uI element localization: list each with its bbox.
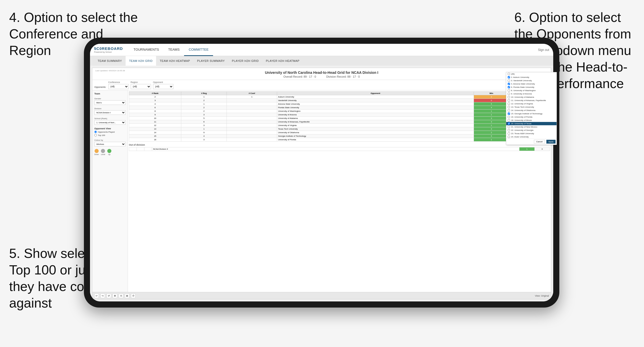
subnav-team-h2h-heatmap[interactable]: TEAM H2H HEATMAP (156, 56, 193, 66)
cell-conf (227, 117, 277, 120)
subnav-team-summary[interactable]: TEAM SUMMARY (94, 56, 126, 66)
dropdown-checkbox[interactable] (508, 132, 510, 135)
cell-reg: 1 (181, 127, 227, 131)
division-record: Division Record: 88 · 17 · 0 (326, 75, 360, 78)
cell-opponent: Georgia Institute of Technology (277, 134, 474, 138)
opponent-select[interactable]: (All) (153, 84, 173, 89)
dropdown-checkbox[interactable] (508, 136, 510, 138)
dropdown-checkbox[interactable] (508, 126, 510, 128)
nav-teams[interactable]: TEAMS (164, 44, 184, 56)
dropdown-item[interactable]: 23. Texas A&M University (506, 132, 551, 135)
dropdown-item-label: 14. University of Oklahoma (511, 109, 535, 112)
apply-button[interactable]: Apply (546, 140, 551, 144)
dropdown-item[interactable]: 13. Texas Tech University (506, 105, 551, 109)
region-select[interactable]: (All) (131, 84, 151, 89)
refresh-button[interactable]: ↺ (107, 294, 111, 298)
dropdown-checkbox[interactable] (508, 86, 510, 88)
dropdown-item[interactable]: 3. Vanderbilt University (506, 79, 551, 82)
legend-up-text: Up (108, 154, 110, 155)
conference-filter-group: Conference (All) (108, 81, 129, 89)
dropdown-checkbox[interactable] (508, 99, 510, 102)
dropdown-checkbox[interactable] (508, 93, 510, 95)
nav-committee[interactable]: COMMITTEE (184, 44, 213, 56)
redo-button[interactable]: ↪ (100, 294, 105, 298)
team-section: Team (94, 92, 126, 95)
cancel-button[interactable]: Cancel (534, 140, 545, 144)
dropdown-item[interactable]: 24. Duke University (506, 135, 551, 138)
conference-select[interactable]: (All) (108, 84, 129, 89)
fit-button[interactable]: ⊞ (125, 294, 129, 298)
dropdown-checkbox[interactable] (508, 83, 510, 85)
radio-played[interactable] (94, 131, 97, 133)
dropdown-list: (All)2. Auburn University3. Vanderbilt U… (506, 72, 551, 138)
school-select[interactable]: 1. University of Nort... (94, 120, 126, 125)
gender-section: Gender Men's (94, 98, 126, 105)
cell-conf (227, 131, 277, 134)
dropdown-checkbox[interactable] (508, 73, 510, 75)
dropdown-item[interactable]: 20. University of Texas (506, 122, 551, 125)
th-opponent: Opponent (277, 92, 474, 95)
settings-button[interactable]: ⚙ (113, 294, 117, 298)
dropdown-item[interactable]: 14. University of Oklahoma (506, 109, 551, 112)
gender-label: Gender (94, 98, 126, 100)
dropdown-item-label: 18. University of Illinois (511, 119, 532, 121)
cell-opponent: Texas Tech University (277, 127, 474, 131)
division-select[interactable]: NCAA Division I (94, 110, 126, 115)
radio-played-text: Opponents Played (98, 131, 115, 133)
subnav-player-h2h-grid[interactable]: PLAYER H2H GRID (228, 56, 262, 66)
dropdown-checkbox[interactable] (508, 96, 510, 98)
dropdown-checkbox[interactable] (508, 89, 510, 92)
dropdown-item[interactable]: 2. Auburn University (506, 76, 551, 79)
dropdown-item[interactable]: (All) (506, 72, 551, 76)
cell-conf (227, 113, 277, 117)
radio-played-label[interactable]: Opponents Played (94, 131, 126, 133)
dropdown-item[interactable]: 9. University of Arizona (506, 92, 551, 95)
dropdown-item[interactable]: 8. University of Washington (506, 89, 551, 92)
copy-button[interactable]: ⎘ (119, 294, 123, 298)
dropdown-item[interactable]: 15. Georgia Institute of Technology (506, 112, 551, 115)
subnav-player-h2h-heatmap[interactable]: PLAYER H2H HEATMAP (262, 56, 303, 66)
dropdown-item[interactable]: 4. Arizona State University (506, 82, 551, 86)
cell-rank: 4 (129, 102, 181, 106)
dropdown-checkbox[interactable] (508, 79, 510, 82)
logo-text: 5C0REBOARD (94, 46, 123, 51)
dropdown-item[interactable]: 10. University of Alabama (506, 95, 551, 99)
colour-select[interactable]: Win/loss (94, 142, 126, 146)
dropdown-checkbox[interactable] (508, 122, 510, 125)
undo-button[interactable]: ↩ (94, 294, 99, 298)
dropdown-checkbox[interactable] (508, 103, 510, 105)
cell-win: 4 (474, 106, 509, 109)
dropdown-checkbox[interactable] (508, 113, 510, 115)
radio-top100-label[interactable]: Top 100 (94, 134, 126, 136)
dropdown-item[interactable]: 18. University of Illinois (506, 119, 551, 122)
dropdown-checkbox[interactable] (508, 106, 510, 108)
dropdown-checkbox[interactable] (508, 119, 510, 121)
subnav-player-summary[interactable]: PLAYER SUMMARY (193, 56, 228, 66)
dropdown-item[interactable]: 22. University of Georgia (506, 129, 551, 132)
dropdown-checkbox[interactable] (508, 109, 510, 112)
dropdown-checkbox[interactable] (508, 116, 510, 118)
opponent-dropdown-panel[interactable]: (All)2. Auburn University3. Vanderbilt U… (506, 72, 551, 145)
top-navigation: 5C0REBOARD Powered by School TOURNAMENTS… (90, 44, 553, 56)
cell-rank: 13 (129, 127, 181, 131)
radio-top100[interactable] (94, 134, 97, 136)
out-div-loss: 0 (535, 147, 550, 151)
nav-tournaments[interactable]: TOURNAMENTS (129, 44, 163, 56)
gender-select[interactable]: Men's (94, 100, 126, 105)
cell-win: 3 (474, 117, 509, 120)
dropdown-checkbox[interactable] (508, 129, 510, 131)
nav-links: TOURNAMENTS TEAMS COMMITTEE (129, 44, 538, 56)
dropdown-item[interactable]: 12. University of Virginia (506, 102, 551, 105)
cell-rank: 3 (129, 99, 181, 102)
subnav-team-h2h-grid[interactable]: TEAM H2H GRID (126, 56, 156, 66)
cell-rank: 10 (129, 117, 181, 120)
nav-sign-out[interactable]: Sign out (538, 48, 549, 52)
dropdown-item[interactable]: 11. University of Arkansas, Fayetteville (506, 99, 551, 102)
dropdown-checkbox[interactable] (508, 76, 510, 78)
clock-button[interactable]: ⏱ (131, 294, 136, 298)
table-row: 16 3 University of Florida 1 1 (129, 138, 550, 142)
dropdown-item[interactable]: 6. Florida State University (506, 86, 551, 89)
dropdown-item[interactable]: 16. University of Florida (506, 115, 551, 119)
dropdown-item[interactable]: 21. University of New Mexico (506, 125, 551, 129)
conference-label: Conference (108, 81, 129, 84)
